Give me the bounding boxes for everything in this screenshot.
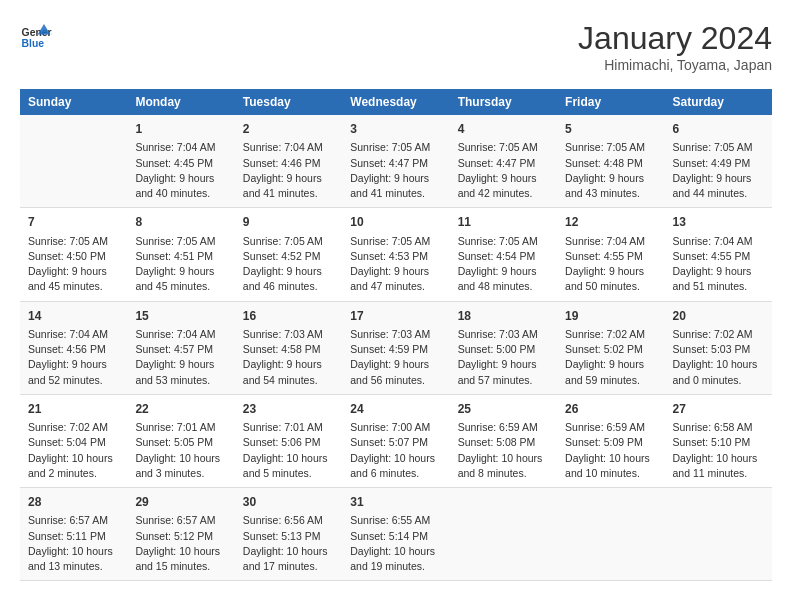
col-header-sunday: Sunday — [20, 89, 127, 115]
calendar-cell: 19Sunrise: 7:02 AM Sunset: 5:02 PM Dayli… — [557, 301, 664, 394]
day-info: Sunrise: 6:57 AM Sunset: 5:12 PM Dayligh… — [135, 513, 226, 574]
day-info: Sunrise: 7:04 AM Sunset: 4:46 PM Dayligh… — [243, 140, 334, 201]
day-info: Sunrise: 7:05 AM Sunset: 4:51 PM Dayligh… — [135, 234, 226, 295]
day-info: Sunrise: 7:02 AM Sunset: 5:04 PM Dayligh… — [28, 420, 119, 481]
logo: General Blue — [20, 20, 52, 52]
calendar-cell: 30Sunrise: 6:56 AM Sunset: 5:13 PM Dayli… — [235, 488, 342, 581]
day-info: Sunrise: 7:02 AM Sunset: 5:02 PM Dayligh… — [565, 327, 656, 388]
week-row-5: 28Sunrise: 6:57 AM Sunset: 5:11 PM Dayli… — [20, 488, 772, 581]
day-info: Sunrise: 7:03 AM Sunset: 4:59 PM Dayligh… — [350, 327, 441, 388]
calendar-table: SundayMondayTuesdayWednesdayThursdayFrid… — [20, 89, 772, 581]
day-number: 28 — [28, 494, 119, 511]
col-header-thursday: Thursday — [450, 89, 557, 115]
day-number: 29 — [135, 494, 226, 511]
day-info: Sunrise: 7:05 AM Sunset: 4:54 PM Dayligh… — [458, 234, 549, 295]
calendar-cell: 2Sunrise: 7:04 AM Sunset: 4:46 PM Daylig… — [235, 115, 342, 208]
day-number: 3 — [350, 121, 441, 138]
calendar-cell — [450, 488, 557, 581]
day-number: 24 — [350, 401, 441, 418]
col-header-wednesday: Wednesday — [342, 89, 449, 115]
day-info: Sunrise: 6:58 AM Sunset: 5:10 PM Dayligh… — [673, 420, 764, 481]
calendar-cell: 23Sunrise: 7:01 AM Sunset: 5:06 PM Dayli… — [235, 394, 342, 487]
calendar-cell — [665, 488, 772, 581]
calendar-cell: 11Sunrise: 7:05 AM Sunset: 4:54 PM Dayli… — [450, 208, 557, 301]
calendar-cell: 31Sunrise: 6:55 AM Sunset: 5:14 PM Dayli… — [342, 488, 449, 581]
day-number: 7 — [28, 214, 119, 231]
svg-text:Blue: Blue — [22, 38, 45, 49]
calendar-cell: 7Sunrise: 7:05 AM Sunset: 4:50 PM Daylig… — [20, 208, 127, 301]
day-number: 5 — [565, 121, 656, 138]
calendar-cell: 3Sunrise: 7:05 AM Sunset: 4:47 PM Daylig… — [342, 115, 449, 208]
calendar-cell: 16Sunrise: 7:03 AM Sunset: 4:58 PM Dayli… — [235, 301, 342, 394]
day-info: Sunrise: 7:04 AM Sunset: 4:56 PM Dayligh… — [28, 327, 119, 388]
day-info: Sunrise: 7:04 AM Sunset: 4:45 PM Dayligh… — [135, 140, 226, 201]
day-info: Sunrise: 7:05 AM Sunset: 4:49 PM Dayligh… — [673, 140, 764, 201]
calendar-cell: 10Sunrise: 7:05 AM Sunset: 4:53 PM Dayli… — [342, 208, 449, 301]
col-header-saturday: Saturday — [665, 89, 772, 115]
day-info: Sunrise: 7:03 AM Sunset: 5:00 PM Dayligh… — [458, 327, 549, 388]
calendar-cell: 5Sunrise: 7:05 AM Sunset: 4:48 PM Daylig… — [557, 115, 664, 208]
day-number: 30 — [243, 494, 334, 511]
day-number: 6 — [673, 121, 764, 138]
page-header: General Blue January 2024 Himimachi, Toy… — [20, 20, 772, 73]
calendar-cell: 25Sunrise: 6:59 AM Sunset: 5:08 PM Dayli… — [450, 394, 557, 487]
calendar-cell: 1Sunrise: 7:04 AM Sunset: 4:45 PM Daylig… — [127, 115, 234, 208]
day-info: Sunrise: 7:05 AM Sunset: 4:48 PM Dayligh… — [565, 140, 656, 201]
day-number: 27 — [673, 401, 764, 418]
week-row-4: 21Sunrise: 7:02 AM Sunset: 5:04 PM Dayli… — [20, 394, 772, 487]
col-header-tuesday: Tuesday — [235, 89, 342, 115]
month-title: January 2024 — [578, 20, 772, 57]
day-info: Sunrise: 7:01 AM Sunset: 5:05 PM Dayligh… — [135, 420, 226, 481]
calendar-cell: 6Sunrise: 7:05 AM Sunset: 4:49 PM Daylig… — [665, 115, 772, 208]
day-number: 1 — [135, 121, 226, 138]
calendar-cell: 27Sunrise: 6:58 AM Sunset: 5:10 PM Dayli… — [665, 394, 772, 487]
calendar-cell: 8Sunrise: 7:05 AM Sunset: 4:51 PM Daylig… — [127, 208, 234, 301]
day-number: 16 — [243, 308, 334, 325]
day-info: Sunrise: 7:04 AM Sunset: 4:55 PM Dayligh… — [673, 234, 764, 295]
calendar-cell: 4Sunrise: 7:05 AM Sunset: 4:47 PM Daylig… — [450, 115, 557, 208]
calendar-cell: 26Sunrise: 6:59 AM Sunset: 5:09 PM Dayli… — [557, 394, 664, 487]
day-number: 25 — [458, 401, 549, 418]
day-info: Sunrise: 6:59 AM Sunset: 5:08 PM Dayligh… — [458, 420, 549, 481]
title-block: January 2024 Himimachi, Toyama, Japan — [578, 20, 772, 73]
week-row-2: 7Sunrise: 7:05 AM Sunset: 4:50 PM Daylig… — [20, 208, 772, 301]
day-info: Sunrise: 7:00 AM Sunset: 5:07 PM Dayligh… — [350, 420, 441, 481]
calendar-cell: 9Sunrise: 7:05 AM Sunset: 4:52 PM Daylig… — [235, 208, 342, 301]
day-number: 4 — [458, 121, 549, 138]
day-number: 15 — [135, 308, 226, 325]
week-row-1: 1Sunrise: 7:04 AM Sunset: 4:45 PM Daylig… — [20, 115, 772, 208]
day-number: 26 — [565, 401, 656, 418]
col-header-friday: Friday — [557, 89, 664, 115]
day-info: Sunrise: 6:59 AM Sunset: 5:09 PM Dayligh… — [565, 420, 656, 481]
day-number: 12 — [565, 214, 656, 231]
day-info: Sunrise: 7:02 AM Sunset: 5:03 PM Dayligh… — [673, 327, 764, 388]
day-info: Sunrise: 7:04 AM Sunset: 4:55 PM Dayligh… — [565, 234, 656, 295]
calendar-cell: 18Sunrise: 7:03 AM Sunset: 5:00 PM Dayli… — [450, 301, 557, 394]
day-info: Sunrise: 7:05 AM Sunset: 4:50 PM Dayligh… — [28, 234, 119, 295]
calendar-cell: 28Sunrise: 6:57 AM Sunset: 5:11 PM Dayli… — [20, 488, 127, 581]
day-number: 2 — [243, 121, 334, 138]
calendar-cell: 14Sunrise: 7:04 AM Sunset: 4:56 PM Dayli… — [20, 301, 127, 394]
day-number: 9 — [243, 214, 334, 231]
day-info: Sunrise: 7:05 AM Sunset: 4:52 PM Dayligh… — [243, 234, 334, 295]
day-number: 11 — [458, 214, 549, 231]
day-number: 21 — [28, 401, 119, 418]
day-info: Sunrise: 7:05 AM Sunset: 4:47 PM Dayligh… — [458, 140, 549, 201]
calendar-cell: 22Sunrise: 7:01 AM Sunset: 5:05 PM Dayli… — [127, 394, 234, 487]
col-header-monday: Monday — [127, 89, 234, 115]
calendar-cell: 21Sunrise: 7:02 AM Sunset: 5:04 PM Dayli… — [20, 394, 127, 487]
day-number: 10 — [350, 214, 441, 231]
logo-icon: General Blue — [20, 20, 52, 52]
day-number: 23 — [243, 401, 334, 418]
day-info: Sunrise: 6:55 AM Sunset: 5:14 PM Dayligh… — [350, 513, 441, 574]
day-number: 13 — [673, 214, 764, 231]
calendar-cell: 29Sunrise: 6:57 AM Sunset: 5:12 PM Dayli… — [127, 488, 234, 581]
day-info: Sunrise: 7:04 AM Sunset: 4:57 PM Dayligh… — [135, 327, 226, 388]
location: Himimachi, Toyama, Japan — [578, 57, 772, 73]
day-number: 19 — [565, 308, 656, 325]
day-info: Sunrise: 7:03 AM Sunset: 4:58 PM Dayligh… — [243, 327, 334, 388]
day-number: 18 — [458, 308, 549, 325]
calendar-cell — [20, 115, 127, 208]
day-number: 22 — [135, 401, 226, 418]
day-number: 20 — [673, 308, 764, 325]
